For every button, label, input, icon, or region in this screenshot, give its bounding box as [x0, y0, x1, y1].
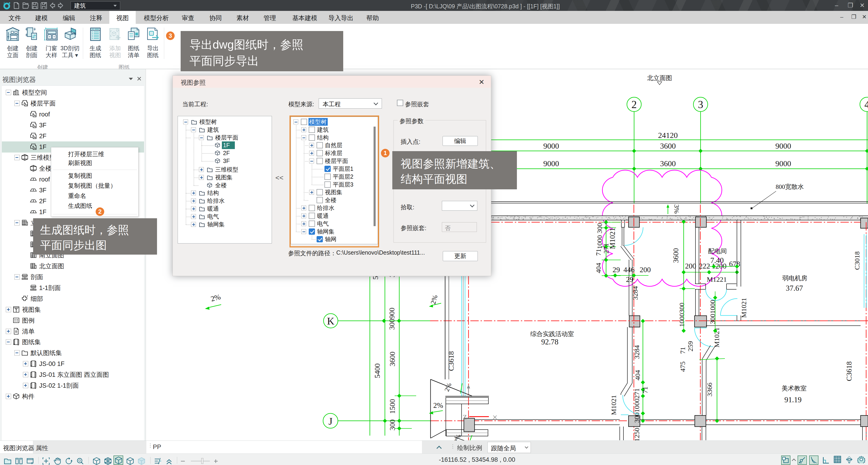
- svg-text:1000: 1000: [633, 399, 641, 412]
- svg-text:M1221: M1221: [707, 275, 727, 283]
- svg-text:5: 5: [371, 276, 379, 279]
- svg-text:300900: 300900: [388, 308, 396, 330]
- svg-text:446: 446: [623, 265, 634, 274]
- svg-text:24120: 24120: [658, 131, 678, 140]
- svg-text:5400: 5400: [373, 363, 381, 378]
- svg-text:200: 200: [685, 262, 696, 270]
- svg-text:800宽散水: 800宽散水: [776, 183, 804, 190]
- svg-text:弱电机房: 弱电机房: [782, 275, 807, 282]
- svg-text:3284: 3284: [633, 345, 641, 359]
- svg-text:37.67: 37.67: [786, 284, 803, 292]
- svg-text:475: 475: [679, 362, 686, 372]
- svg-text:M1021: M1021: [610, 395, 617, 415]
- svg-text:9000: 9000: [543, 142, 559, 150]
- svg-text:300: 300: [388, 420, 397, 431]
- svg-text:M1021: M1021: [740, 298, 748, 318]
- svg-text:×: ×: [492, 412, 498, 423]
- svg-text:综合实践活动室: 综合实践活动室: [530, 331, 574, 337]
- svg-text:1250: 1250: [633, 428, 641, 440]
- svg-text:2: 2: [3, 2, 5, 4]
- svg-text:C3618: C3618: [845, 361, 853, 381]
- svg-text:3%: 3%: [673, 204, 681, 213]
- svg-text:3: 3: [698, 99, 703, 110]
- svg-text:259: 259: [686, 341, 694, 352]
- svg-text:29: 29: [626, 275, 633, 284]
- svg-text:71: 71: [679, 347, 686, 354]
- svg-text:3600: 3600: [672, 248, 680, 263]
- svg-text:C3018: C3018: [853, 252, 861, 270]
- svg-text:3600: 3600: [660, 159, 676, 168]
- svg-text:2%: 2%: [210, 292, 222, 303]
- svg-text:200: 200: [640, 265, 651, 274]
- svg-text:1000300: 1000300: [678, 303, 685, 327]
- svg-text:9000: 9000: [775, 159, 791, 168]
- svg-text:404: 404: [594, 263, 602, 273]
- svg-text:29: 29: [613, 265, 620, 274]
- svg-text:北立面图: 北立面图: [647, 74, 672, 81]
- svg-text:3600: 3600: [660, 142, 676, 150]
- svg-text:4: 4: [865, 99, 868, 110]
- svg-text:3600: 3600: [388, 352, 397, 366]
- svg-text:71: 71: [594, 249, 602, 256]
- svg-text:404: 404: [633, 370, 641, 380]
- svg-text:2%: 2%: [443, 382, 453, 393]
- svg-text:92.78: 92.78: [541, 338, 558, 346]
- svg-text:2%: 2%: [429, 294, 439, 305]
- svg-text:9000: 9000: [775, 142, 791, 150]
- svg-text:7.40: 7.40: [710, 256, 724, 265]
- svg-text:C3618: C3618: [447, 351, 455, 371]
- svg-text:M1021: M1021: [608, 228, 617, 249]
- svg-text:271: 271: [633, 388, 641, 399]
- svg-text:2%: 2%: [433, 401, 443, 409]
- svg-text:91.19: 91.19: [784, 396, 802, 404]
- svg-text:2%: 2%: [453, 433, 462, 440]
- svg-text:1500: 1500: [388, 399, 397, 414]
- svg-text:美术教室: 美术教室: [782, 385, 807, 392]
- svg-text:Z: Z: [463, 413, 467, 421]
- svg-text:配电间: 配电间: [708, 248, 727, 255]
- svg-text:300: 300: [596, 223, 603, 234]
- svg-text:3284: 3284: [631, 286, 639, 300]
- svg-text:2: 2: [631, 99, 637, 110]
- svg-text:222: 222: [699, 262, 710, 270]
- svg-text:71: 71: [641, 387, 649, 394]
- svg-text:J: J: [329, 416, 332, 427]
- svg-text:9000: 9000: [543, 159, 559, 168]
- svg-text:3366: 3366: [706, 383, 713, 397]
- svg-text:K: K: [327, 315, 334, 327]
